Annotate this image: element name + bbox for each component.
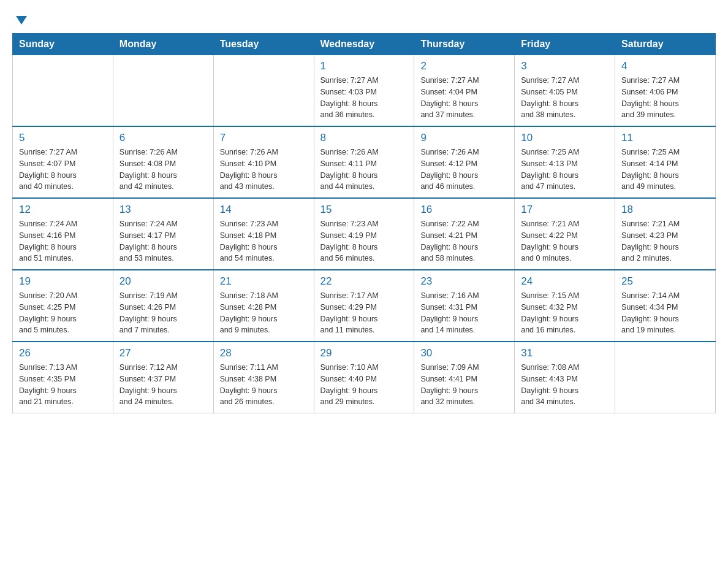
- calendar-cell: 2Sunrise: 7:27 AMSunset: 4:04 PMDaylight…: [414, 55, 515, 127]
- calendar-cell: 26Sunrise: 7:13 AMSunset: 4:35 PMDayligh…: [13, 342, 113, 413]
- day-number: 30: [420, 347, 508, 359]
- day-number: 8: [320, 132, 408, 144]
- calendar-cell: [615, 342, 716, 413]
- day-info: Sunrise: 7:13 AMSunset: 4:35 PMDaylight:…: [19, 362, 107, 408]
- calendar-cell: 15Sunrise: 7:23 AMSunset: 4:19 PMDayligh…: [314, 198, 414, 270]
- calendar-cell: 17Sunrise: 7:21 AMSunset: 4:22 PMDayligh…: [515, 198, 615, 270]
- day-header-thursday: Thursday: [414, 34, 515, 55]
- day-number: 16: [420, 204, 508, 216]
- calendar-cell: 13Sunrise: 7:24 AMSunset: 4:17 PMDayligh…: [113, 198, 213, 270]
- day-number: 1: [320, 60, 408, 72]
- calendar-table: SundayMondayTuesdayWednesdayThursdayFrid…: [12, 33, 716, 413]
- calendar-cell: 14Sunrise: 7:23 AMSunset: 4:18 PMDayligh…: [213, 198, 314, 270]
- calendar-cell: 30Sunrise: 7:09 AMSunset: 4:41 PMDayligh…: [414, 342, 515, 413]
- day-number: 22: [320, 275, 408, 288]
- day-header-friday: Friday: [515, 34, 615, 55]
- day-number: 2: [420, 60, 508, 72]
- day-info: Sunrise: 7:26 AMSunset: 4:12 PMDaylight:…: [420, 147, 508, 193]
- calendar-cell: 20Sunrise: 7:19 AMSunset: 4:26 PMDayligh…: [113, 270, 213, 342]
- calendar-cell: 27Sunrise: 7:12 AMSunset: 4:37 PMDayligh…: [113, 342, 213, 413]
- day-number: 24: [521, 275, 609, 288]
- day-info: Sunrise: 7:20 AMSunset: 4:25 PMDaylight:…: [19, 290, 107, 336]
- day-info: Sunrise: 7:27 AMSunset: 4:03 PMDaylight:…: [320, 75, 408, 121]
- calendar-cell: 10Sunrise: 7:25 AMSunset: 4:13 PMDayligh…: [515, 126, 615, 198]
- calendar-cell: 21Sunrise: 7:18 AMSunset: 4:28 PMDayligh…: [213, 270, 314, 342]
- day-header-saturday: Saturday: [615, 34, 716, 55]
- calendar-cell: 7Sunrise: 7:26 AMSunset: 4:10 PMDaylight…: [213, 126, 314, 198]
- day-info: Sunrise: 7:25 AMSunset: 4:13 PMDaylight:…: [521, 147, 609, 193]
- day-number: 3: [521, 60, 609, 72]
- day-info: Sunrise: 7:21 AMSunset: 4:22 PMDaylight:…: [521, 218, 609, 264]
- calendar-cell: 25Sunrise: 7:14 AMSunset: 4:34 PMDayligh…: [615, 270, 716, 342]
- day-number: 17: [521, 204, 609, 216]
- day-header-monday: Monday: [113, 34, 213, 55]
- day-number: 13: [119, 204, 207, 216]
- day-info: Sunrise: 7:22 AMSunset: 4:21 PMDaylight:…: [420, 218, 508, 264]
- calendar-cell: 6Sunrise: 7:26 AMSunset: 4:08 PMDaylight…: [113, 126, 213, 198]
- day-number: 20: [119, 275, 207, 288]
- page-header: [12, 12, 716, 27]
- calendar-cell: 23Sunrise: 7:16 AMSunset: 4:31 PMDayligh…: [414, 270, 515, 342]
- logo: [12, 12, 28, 27]
- day-info: Sunrise: 7:24 AMSunset: 4:17 PMDaylight:…: [119, 218, 207, 264]
- logo-triangle-icon: [15, 13, 28, 27]
- day-number: 12: [19, 204, 107, 216]
- day-info: Sunrise: 7:15 AMSunset: 4:32 PMDaylight:…: [521, 290, 609, 336]
- calendar-cell: 31Sunrise: 7:08 AMSunset: 4:43 PMDayligh…: [515, 342, 615, 413]
- calendar-cell: 18Sunrise: 7:21 AMSunset: 4:23 PMDayligh…: [615, 198, 716, 270]
- calendar-cell: [13, 55, 113, 127]
- day-number: 5: [19, 132, 107, 144]
- day-number: 7: [220, 132, 308, 144]
- calendar-cell: 5Sunrise: 7:27 AMSunset: 4:07 PMDaylight…: [13, 126, 113, 198]
- calendar-cell: 28Sunrise: 7:11 AMSunset: 4:38 PMDayligh…: [213, 342, 314, 413]
- svg-marker-0: [16, 16, 27, 25]
- day-info: Sunrise: 7:17 AMSunset: 4:29 PMDaylight:…: [320, 290, 408, 336]
- day-info: Sunrise: 7:19 AMSunset: 4:26 PMDaylight:…: [119, 290, 207, 336]
- day-number: 9: [420, 132, 508, 144]
- day-info: Sunrise: 7:12 AMSunset: 4:37 PMDaylight:…: [119, 362, 207, 408]
- calendar-cell: 19Sunrise: 7:20 AMSunset: 4:25 PMDayligh…: [13, 270, 113, 342]
- calendar-cell: 16Sunrise: 7:22 AMSunset: 4:21 PMDayligh…: [414, 198, 515, 270]
- day-info: Sunrise: 7:26 AMSunset: 4:10 PMDaylight:…: [220, 147, 308, 193]
- day-number: 6: [119, 132, 207, 144]
- day-number: 11: [621, 132, 709, 144]
- day-info: Sunrise: 7:18 AMSunset: 4:28 PMDaylight:…: [220, 290, 308, 336]
- day-number: 15: [320, 204, 408, 216]
- calendar-cell: 8Sunrise: 7:26 AMSunset: 4:11 PMDaylight…: [314, 126, 414, 198]
- day-info: Sunrise: 7:26 AMSunset: 4:11 PMDaylight:…: [320, 147, 408, 193]
- day-header-tuesday: Tuesday: [213, 34, 314, 55]
- day-info: Sunrise: 7:14 AMSunset: 4:34 PMDaylight:…: [621, 290, 709, 336]
- day-info: Sunrise: 7:26 AMSunset: 4:08 PMDaylight:…: [119, 147, 207, 193]
- day-number: 28: [220, 347, 308, 359]
- day-number: 27: [119, 347, 207, 359]
- calendar-cell: 11Sunrise: 7:25 AMSunset: 4:14 PMDayligh…: [615, 126, 716, 198]
- day-number: 4: [621, 60, 709, 72]
- day-info: Sunrise: 7:27 AMSunset: 4:06 PMDaylight:…: [621, 75, 709, 121]
- day-info: Sunrise: 7:27 AMSunset: 4:04 PMDaylight:…: [420, 75, 508, 121]
- day-info: Sunrise: 7:23 AMSunset: 4:19 PMDaylight:…: [320, 218, 408, 264]
- day-info: Sunrise: 7:25 AMSunset: 4:14 PMDaylight:…: [621, 147, 709, 193]
- calendar-cell: 22Sunrise: 7:17 AMSunset: 4:29 PMDayligh…: [314, 270, 414, 342]
- calendar-cell: [213, 55, 314, 127]
- day-info: Sunrise: 7:23 AMSunset: 4:18 PMDaylight:…: [220, 218, 308, 264]
- day-number: 25: [621, 275, 709, 288]
- day-info: Sunrise: 7:21 AMSunset: 4:23 PMDaylight:…: [621, 218, 709, 264]
- calendar-header: SundayMondayTuesdayWednesdayThursdayFrid…: [13, 34, 716, 55]
- day-info: Sunrise: 7:16 AMSunset: 4:31 PMDaylight:…: [420, 290, 508, 336]
- day-info: Sunrise: 7:08 AMSunset: 4:43 PMDaylight:…: [521, 362, 609, 408]
- day-number: 19: [19, 275, 107, 288]
- calendar-cell: 29Sunrise: 7:10 AMSunset: 4:40 PMDayligh…: [314, 342, 414, 413]
- day-info: Sunrise: 7:24 AMSunset: 4:16 PMDaylight:…: [19, 218, 107, 264]
- day-number: 29: [320, 347, 408, 359]
- day-number: 21: [220, 275, 308, 288]
- calendar-cell: 9Sunrise: 7:26 AMSunset: 4:12 PMDaylight…: [414, 126, 515, 198]
- calendar-cell: 4Sunrise: 7:27 AMSunset: 4:06 PMDaylight…: [615, 55, 716, 127]
- day-info: Sunrise: 7:11 AMSunset: 4:38 PMDaylight:…: [220, 362, 308, 408]
- calendar-cell: 24Sunrise: 7:15 AMSunset: 4:32 PMDayligh…: [515, 270, 615, 342]
- day-number: 26: [19, 347, 107, 359]
- day-header-sunday: Sunday: [13, 34, 113, 55]
- day-number: 14: [220, 204, 308, 216]
- calendar-cell: [113, 55, 213, 127]
- day-number: 23: [420, 275, 508, 288]
- day-info: Sunrise: 7:10 AMSunset: 4:40 PMDaylight:…: [320, 362, 408, 408]
